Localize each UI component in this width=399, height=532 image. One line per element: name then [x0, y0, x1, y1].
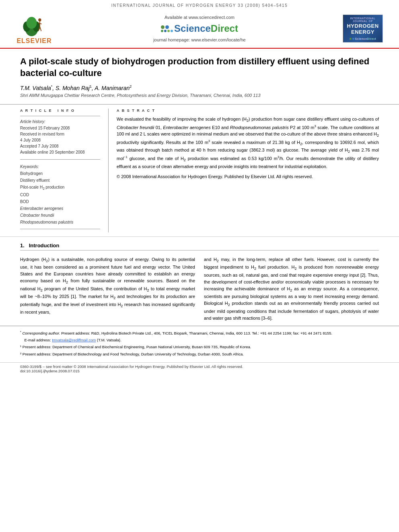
- received2b: 4 July 2008: [20, 137, 100, 143]
- dot4: [164, 30, 167, 32]
- footnote1: ¹ Present address: Department of Chemica…: [20, 344, 379, 350]
- dot1: [161, 25, 165, 29]
- abstract-text: We evaluated the feasibility of improvin…: [117, 116, 379, 170]
- elsevier-logo: ELSEVIER: [12, 12, 56, 45]
- keyword-biohydrogen: Biohydrogen: [20, 170, 100, 177]
- intro-title: 1. Introduction: [20, 242, 379, 251]
- divider3: [20, 229, 100, 229]
- intro-content: Hydrogen (H2) is a sustainable, non-poll…: [0, 256, 399, 322]
- hydrogen-energy-logo: INTERNATIONAL JOURNAL OF HYDROGENENERGY …: [343, 14, 383, 43]
- footnote-email: E-mail address: tmvatsala@rediffmail.com…: [20, 337, 379, 343]
- doi: doi:10.1016/j.ijhydene.2008.07.015: [20, 369, 379, 373]
- author3: A. Manimaran2: [95, 85, 132, 91]
- authors-line: T.M. Vatsala*, S. Mohan Raj1, A. Manimar…: [20, 84, 379, 91]
- footnote-corresponding: * Corresponding author. Present address:…: [20, 330, 379, 336]
- received1: Received 15 February 2008: [20, 125, 100, 131]
- copyright-line: 0360-3199/$ – see front matter © 2008 In…: [20, 364, 379, 369]
- history-label: Article history:: [20, 119, 100, 124]
- dot2: [165, 25, 169, 29]
- elsevier-tree-icon: [18, 12, 50, 37]
- intro-header: 1. Introduction: [0, 237, 399, 256]
- abstract-copyright: © 2008 International Association for Hyd…: [117, 173, 379, 180]
- received2: Received in revised form: [20, 131, 100, 137]
- svg-point-5: [38, 18, 41, 21]
- svg-point-4: [27, 17, 37, 29]
- elsevier-wordmark: ELSEVIER: [16, 37, 51, 45]
- intro-right-col: and H2 may, in the long-term, replace al…: [204, 256, 379, 322]
- article-info-label: A R T I C L E I N F O: [20, 109, 100, 113]
- email-link[interactable]: tmvatsala@rediffmail.com: [52, 338, 96, 342]
- sd-icon: [161, 25, 173, 32]
- abstract-label: A B S T R A C T: [117, 109, 379, 113]
- article-title: A pilot-scale study of biohydrogen produ…: [20, 56, 379, 79]
- affiliation: Shri AMM Murugappa Chettiar Research Cen…: [20, 93, 379, 98]
- dot3: [161, 30, 163, 32]
- intro-number: 1.: [20, 242, 25, 249]
- keywords-label: Keywords:: [20, 164, 100, 169]
- keyword-rhodopseudomonas: Rhodopseudomonas palustris: [20, 219, 100, 226]
- intro-left-col: Hydrogen (H2) is a sustainable, non-poll…: [20, 256, 195, 322]
- divider2: [20, 159, 100, 160]
- article-info-col: A R T I C L E I N F O Article history: R…: [20, 109, 109, 232]
- article-history-block: Article history: Received 15 February 20…: [20, 119, 100, 155]
- keyword-bod: BOD: [20, 198, 100, 205]
- intro-right-text: and H2 may, in the long-term, replace al…: [204, 256, 379, 322]
- logo-bar: ELSEVIER Available at www.sciencedirect.…: [0, 9, 399, 49]
- keywords-block: Keywords: Biohydrogen Distillery effluen…: [20, 164, 100, 226]
- svg-line-9: [40, 27, 41, 31]
- footnotes: * Corresponding author. Present address:…: [0, 326, 399, 362]
- center-logo: Available at www.sciencedirect.com Scien…: [56, 15, 343, 42]
- sd-brand-text: ScienceDirect: [174, 23, 238, 34]
- hydrogen-main-label: HYDROGENENERGY: [347, 23, 378, 35]
- article-info-abstract: A R T I C L E I N F O Article history: R…: [0, 105, 399, 237]
- keyword-distillery: Distillery effluent: [20, 177, 100, 184]
- author1: T.M. Vatsala*: [20, 85, 52, 91]
- accepted: Accepted 7 July 2008: [20, 143, 100, 149]
- intro-title-text: Introduction: [29, 242, 60, 249]
- dot6: [171, 30, 173, 32]
- abstract-col: A B S T R A C T We evaluated the feasibi…: [109, 109, 379, 232]
- author2: S. Mohan Raj1: [56, 85, 92, 91]
- journal-header: International Journal of Hydrogen Energy…: [0, 0, 399, 9]
- hydrogen-intl-label: INTERNATIONAL JOURNAL OF: [345, 17, 381, 23]
- keyword-enterobacter: Enterobacter aerogenes: [20, 205, 100, 212]
- keyword-pilot: Pilot-scale H2 production: [20, 184, 100, 191]
- title-section: A pilot-scale study of biohydrogen produ…: [0, 49, 399, 105]
- journal-name: International Journal of Hydrogen Energy…: [111, 3, 288, 8]
- available-online: Available online 20 September 2008: [20, 149, 100, 155]
- journal-homepage: journal homepage: www.elsevier.com/locat…: [153, 37, 245, 42]
- footnote2: ² Present address: Department of Biotech…: [20, 351, 379, 357]
- dot5: [167, 30, 170, 32]
- page: International Journal of Hydrogen Energy…: [0, 0, 399, 532]
- sciencedirect-logo: ScienceDirect: [161, 23, 238, 34]
- keyword-citrobacter: Citrobacter freundii: [20, 212, 100, 219]
- intro-left-text: Hydrogen (H2) is a sustainable, non-poll…: [20, 256, 195, 316]
- keyword-cod: COD: [20, 191, 100, 198]
- copyright-bar: 0360-3199/$ – see front matter © 2008 In…: [0, 362, 399, 375]
- divider1: [20, 116, 100, 116]
- available-text: Available at www.sciencedirect.com: [165, 15, 234, 20]
